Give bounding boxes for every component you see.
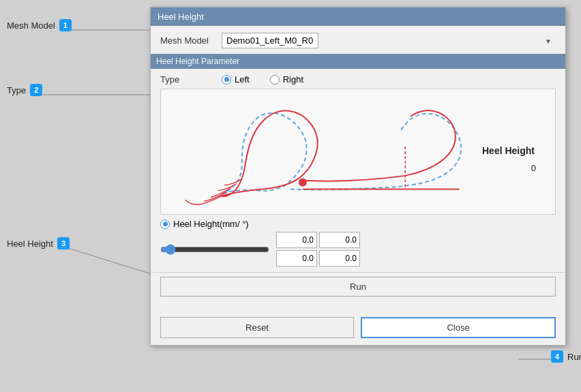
bottom-buttons: Reset Close — [151, 313, 565, 345]
type-row: Type Left Right — [160, 74, 556, 85]
annotation-heel-height: Heel Height 3 — [7, 237, 70, 250]
annotation-heel-height-label: Heel Height — [7, 239, 53, 249]
run-section: Run — [151, 272, 565, 301]
run-button[interactable]: Run — [160, 277, 556, 297]
annotation-mesh-model-label: Mesh Model — [7, 20, 55, 31]
annotation-type: Type 2 — [7, 84, 42, 96]
heel-height-radio-label: Heel Height(mm/ °) — [173, 219, 249, 229]
mesh-model-row: Mesh Model Demo01_Left_M0_R0 ▼ — [160, 33, 556, 48]
radio-left-label: Left — [235, 74, 250, 85]
radio-left-circle — [222, 75, 231, 85]
heel-height-dialog: Heel Height Mesh Model Demo01_Left_M0_R0… — [150, 7, 566, 346]
radio-right-circle — [270, 75, 280, 85]
heel-height-radio-circle — [160, 220, 170, 229]
inputs-grid — [276, 232, 360, 267]
heel-height-radio[interactable]: Heel Height(mm/ °) — [160, 219, 249, 229]
heel-height-slider[interactable] — [160, 244, 269, 255]
annotation-run: 4 Run — [551, 350, 581, 363]
slider-container — [160, 243, 269, 256]
close-button[interactable]: Close — [361, 317, 556, 338]
annotation-badge-3: 3 — [57, 237, 70, 250]
annotation-badge-4: 4 — [551, 350, 563, 363]
heel-height-diagram-label: Heel Height — [482, 145, 535, 156]
slider-inputs-row — [160, 232, 556, 267]
dialog-title: Heel Height — [158, 12, 204, 22]
mesh-model-select[interactable]: Demo01_Left_M0_R0 — [222, 33, 318, 48]
annotation-mesh-model: Mesh Model 1 — [7, 19, 72, 31]
input-bottom-left[interactable] — [276, 250, 317, 267]
annotation-type-label: Type — [7, 85, 26, 95]
annotation-run-label: Run — [567, 352, 581, 362]
annotation-badge-1: 1 — [59, 19, 72, 31]
heel-height-radio-row: Heel Height(mm/ °) — [160, 219, 556, 229]
reset-button[interactable]: Reset — [160, 317, 354, 338]
input-top-right[interactable] — [319, 232, 360, 248]
radio-left[interactable]: Left — [222, 74, 250, 85]
zero-label: 0 — [531, 163, 536, 173]
foot-diagram: Heel Height 0 — [160, 89, 556, 215]
dialog-content: Mesh Model Demo01_Left_M0_R0 ▼ Heel Heig… — [151, 26, 565, 307]
mesh-model-label: Mesh Model — [160, 35, 222, 46]
section-header-label: Heel Height Parameter — [156, 57, 239, 66]
section-header: Heel Height Parameter — [151, 54, 565, 69]
radio-right-label: Right — [283, 74, 303, 85]
dropdown-arrow-icon: ▼ — [545, 37, 552, 44]
mesh-model-select-wrapper: Demo01_Left_M0_R0 ▼ — [222, 33, 556, 48]
dialog-titlebar: Heel Height — [151, 7, 565, 26]
type-radio-group: Left Right — [222, 74, 303, 85]
input-bottom-right[interactable] — [319, 250, 360, 267]
type-label: Type — [160, 74, 222, 85]
input-top-left[interactable] — [276, 232, 317, 248]
radio-right[interactable]: Right — [270, 74, 303, 85]
measurement-dot — [299, 179, 307, 187]
annotation-badge-2: 2 — [30, 84, 42, 96]
